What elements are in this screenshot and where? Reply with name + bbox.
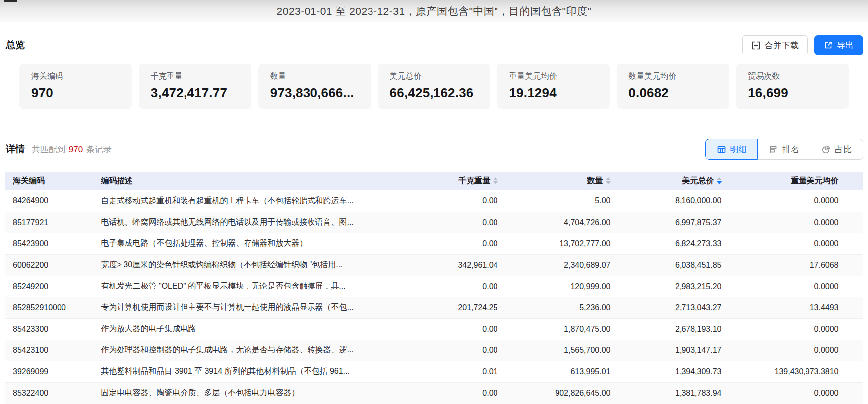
cell-description: 电子集成电路（不包括处理器、控制器、存储器和放大器） <box>93 233 393 254</box>
tab-ranking[interactable]: 排名 <box>758 139 810 160</box>
view-switcher: 明细 排名 占比 <box>705 139 863 160</box>
stat-card-quantity: 数量 973,830,666... <box>258 64 371 109</box>
cell-usd-total: 1,903,147.17 <box>619 340 730 361</box>
corner-artifact <box>4 0 17 2</box>
stat-card-usd-total: 美元总价 66,425,162.36 <box>378 64 491 109</box>
table-row[interactable]: 39269099 其他塑料制品和品目 3901 至 3914 所列的其他材料制品… <box>5 361 863 382</box>
stat-card-kg-weight: 千克重量 3,472,417.77 <box>139 64 251 109</box>
cell-kg-weight: 0.00 <box>393 212 506 233</box>
table-row[interactable]: 85322400 固定电电容器、陶瓷电介质、多层（不包括电力电容器） 0.00 … <box>5 382 863 404</box>
detail-heading: 详情 <box>6 143 25 156</box>
sort-icon[interactable] <box>493 177 498 184</box>
stat-label: 千克重量 <box>151 71 240 82</box>
cell-overflow <box>847 212 863 233</box>
table-row[interactable]: 84264900 自走式移动式起重机和装有起重机的工程卡车（不包括轮胎式和跨运车… <box>5 190 863 212</box>
cell-description: 其他塑料制品和品目 3901 至 3914 所列的其他材料制品（不包括 961.… <box>93 361 393 382</box>
cell-weight-unit-price: 0.0000 <box>730 340 847 361</box>
cell-quantity: 2,340,689.07 <box>506 254 619 276</box>
sort-icon[interactable] <box>606 177 611 184</box>
cell-usd-total: 2,678,193.10 <box>619 318 730 340</box>
cell-overflow <box>847 233 863 254</box>
cell-overflow <box>847 190 863 212</box>
cell-weight-unit-price: 139,430,973.3810 <box>730 361 847 382</box>
cell-quantity: 4,704,726.00 <box>506 212 619 233</box>
merge-download-button[interactable]: 合并下载 <box>742 35 808 55</box>
col-header-kg-weight[interactable]: 千克重量 <box>393 172 506 190</box>
cell-weight-unit-price: 0.0000 <box>730 382 847 404</box>
cell-weight-unit-price: 17.6068 <box>730 254 847 276</box>
stat-value: 19.1294 <box>509 85 598 101</box>
cell-overflow <box>847 340 863 361</box>
table-row[interactable]: 85177921 电话机、蜂窝网络或其他无线网络的电话以及用于传输或接收语音、图… <box>5 212 863 233</box>
cell-hs-code: 84264900 <box>5 190 93 212</box>
col-header-quantity[interactable]: 数量 <box>506 172 619 190</box>
table-body: 84264900 自走式移动式起重机和装有起重机的工程卡车（不包括轮胎式和跨运车… <box>5 190 863 404</box>
cell-kg-weight: 0.00 <box>393 190 506 212</box>
cell-kg-weight: 201,724.25 <box>393 297 506 318</box>
cell-kg-weight: 0.00 <box>393 318 506 340</box>
table-row[interactable]: 85423100 作为处理器和控制器的电子集成电路，无论是否与存储器、转换器、逻… <box>5 340 863 361</box>
cell-quantity: 1,870,475.00 <box>506 318 619 340</box>
export-icon <box>824 41 833 50</box>
cell-hs-code: 852852910000 <box>5 297 93 318</box>
cell-quantity: 5.00 <box>506 190 619 212</box>
stat-card-hs-code: 海关编码 970 <box>19 64 132 109</box>
cell-hs-code: 85423100 <box>5 340 93 361</box>
table-row[interactable]: 852852910000 专为计算机使用而设计但主要不与计算机一起使用的液晶显示… <box>5 297 863 318</box>
cell-description: 电话机、蜂窝网络或其他无线网络的电话以及用于传输或接收语音、图... <box>93 212 393 233</box>
match-suffix: 条记录 <box>86 145 112 154</box>
cell-kg-weight: 0.00 <box>393 340 506 361</box>
cell-usd-total: 2,983,215.20 <box>619 276 730 297</box>
cell-usd-total: 8,160,000.00 <box>619 190 730 212</box>
cell-weight-unit-price: 13.4493 <box>730 297 847 318</box>
cell-description: 作为放大器的电子集成电路 <box>93 318 393 340</box>
cell-quantity: 13,702,777.00 <box>506 233 619 254</box>
tab-detail[interactable]: 明细 <box>705 139 758 160</box>
table-row[interactable]: 85249200 有机发光二极管 "OLED" 的平板显示模块，无论是否包含触摸… <box>5 276 863 297</box>
cell-usd-total: 6,824,273.33 <box>619 233 730 254</box>
cell-weight-unit-price: 0.0000 <box>730 190 847 212</box>
cell-quantity: 5,236.00 <box>506 297 619 318</box>
merge-download-label: 合并下载 <box>765 40 799 51</box>
table-row[interactable]: 85423900 电子集成电路（不包括处理器、控制器、存储器和放大器） 0.00… <box>5 233 863 254</box>
tab-label: 占比 <box>835 144 852 155</box>
cell-overflow <box>847 361 863 382</box>
ranking-icon <box>769 145 778 154</box>
cell-hs-code: 85249200 <box>5 276 93 297</box>
tab-label: 明细 <box>730 144 747 155</box>
cell-description: 有机发光二极管 "OLED" 的平板显示模块，无论是否包含触摸屏，具... <box>93 276 393 297</box>
cell-usd-total: 1,394,309.73 <box>619 361 730 382</box>
cell-hs-code: 39269099 <box>5 361 93 382</box>
stat-value: 0.0682 <box>628 85 717 101</box>
cell-hs-code: 85322400 <box>5 382 93 404</box>
table-row[interactable]: 85423300 作为放大器的电子集成电路 0.00 1,870,475.00 … <box>5 318 863 340</box>
pie-chart-icon <box>821 145 831 154</box>
detail-table: 海关编码 编码描述 千克重量 数量 美元总价 重量美元均价 8426 <box>5 172 863 404</box>
stat-label: 贸易次数 <box>748 71 837 82</box>
table-row[interactable]: 60062200 宽度> 30厘米的染色针织或钩编棉织物（不包括经编针织物 "包… <box>5 254 863 276</box>
cell-weight-unit-price: 0.0000 <box>730 233 847 254</box>
match-prefix: 共匹配到 <box>32 145 65 154</box>
stat-value: 970 <box>31 85 120 101</box>
stat-value: 973,830,666... <box>270 85 359 101</box>
cell-usd-total: 6,997,875.37 <box>619 212 730 233</box>
match-count: 970 <box>68 145 84 154</box>
title-bar: 2023-01-01 至 2023-12-31，原产国包含"中国"，目的国包含"… <box>0 0 868 22</box>
sort-icon-active-desc[interactable] <box>717 177 722 184</box>
match-info: 共匹配到 970 条记录 <box>32 144 112 155</box>
cell-hs-code: 85423900 <box>5 233 93 254</box>
cell-usd-total: 6,038,451.85 <box>619 254 730 276</box>
cell-kg-weight: 0.00 <box>393 233 506 254</box>
col-header-weight-unit-price: 重量美元均价 <box>730 172 847 190</box>
export-button[interactable]: 导出 <box>814 35 863 55</box>
col-header-hs-code: 海关编码 <box>5 172 93 190</box>
cell-kg-weight: 0.01 <box>393 361 506 382</box>
col-header-usd-total[interactable]: 美元总价 <box>619 172 730 190</box>
cell-hs-code: 85177921 <box>5 212 93 233</box>
tab-proportion[interactable]: 占比 <box>810 139 863 160</box>
cell-quantity: 613,995.01 <box>506 361 619 382</box>
overview-stats: 海关编码 970 千克重量 3,472,417.77 数量 973,830,66… <box>19 64 849 109</box>
cell-description: 宽度> 30厘米的染色针织或钩编棉织物（不包括经编针织物 "包括用... <box>93 254 393 276</box>
col-header-description: 编码描述 <box>93 172 393 190</box>
table-icon <box>717 145 726 154</box>
